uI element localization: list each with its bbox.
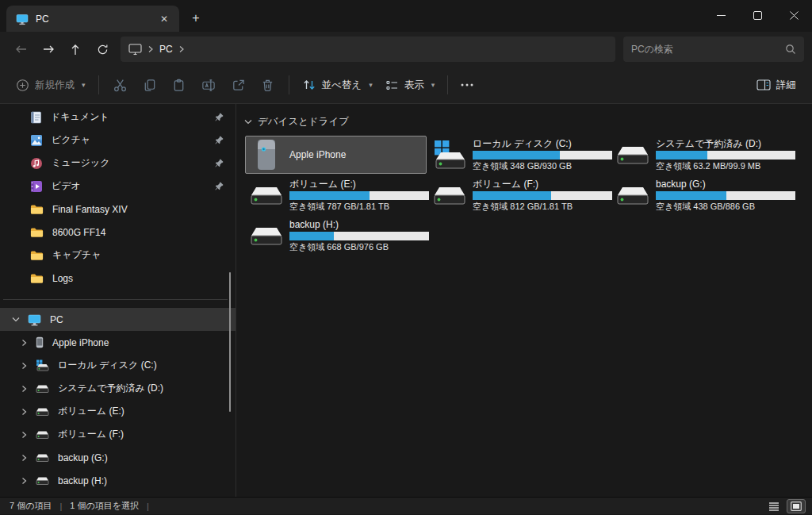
drive-name: Apple iPhone (289, 149, 346, 160)
drive-icon (249, 182, 284, 209)
drive-free-space: 空き領域 668 GB/976 GB (289, 242, 429, 252)
drive-tile-backup-g[interactable]: backup (G:) 空き領域 438 GB/886 GB (611, 176, 793, 214)
sidebar-item-final-fantasy-xiv[interactable]: Final Fantasy XIV (0, 198, 236, 221)
tree-item-label: PC (50, 314, 63, 325)
section-devices-and-drives[interactable]: デバイスとドライブ (244, 115, 812, 129)
sidebar-tree-volume-e[interactable]: ボリューム (E:) (0, 400, 236, 423)
drive-tile-apple-iphone[interactable]: Apple iPhone (245, 136, 427, 174)
sidebar-item-capture[interactable]: キャプチャ (0, 244, 236, 267)
details-view-button[interactable] (764, 499, 783, 513)
view-button[interactable]: 表示 ▾ (379, 74, 442, 97)
rename-button[interactable] (201, 78, 216, 93)
chevron-right-icon[interactable] (17, 408, 30, 416)
more-options-button[interactable] (454, 79, 480, 91)
sidebar-tree-local-disk-c[interactable]: ローカル ディスク (C:) (0, 354, 236, 377)
chevron-right-icon[interactable] (17, 385, 30, 393)
sidebar-tree-pc[interactable]: PC (0, 308, 236, 331)
search-placeholder: PCの検索 (631, 43, 785, 56)
sort-button-label: 並べ替え (322, 79, 362, 92)
drive-name: ローカル ディスク (C:) (473, 138, 612, 149)
minimize-button[interactable] (703, 0, 739, 30)
folder-icon (30, 273, 44, 284)
pin-icon (214, 112, 224, 122)
sidebar-tree-backup-h[interactable]: backup (H:) (0, 469, 236, 492)
drive-tile-backup-h[interactable]: backup (H:) 空き領域 668 GB/976 GB (245, 217, 427, 255)
navigation-bar: PC PCの検索 (0, 32, 812, 67)
sidebar-scrollbar[interactable] (229, 272, 231, 412)
copy-button[interactable] (142, 78, 157, 93)
drive-icon (36, 429, 49, 440)
sidebar-item-videos[interactable]: ビデオ (0, 175, 236, 198)
sidebar-tree-volume-f[interactable]: ボリューム (F:) (0, 423, 236, 446)
cut-button[interactable] (113, 78, 128, 93)
sidebar-item-pictures[interactable]: ピクチャ (0, 129, 236, 152)
drive-tile-local-disk-c[interactable]: ローカル ディスク (C:) 空き領域 348 GB/930 GB (428, 136, 610, 174)
drive-tile-system-reserved-d[interactable]: システムで予約済み (D:) 空き領域 63.2 MB/99.9 MB (611, 136, 793, 174)
sidebar-tree-backup-g[interactable]: backup (G:) (0, 446, 236, 469)
chevron-down-icon: ▾ (369, 81, 373, 89)
drive-name: backup (G:) (656, 179, 795, 190)
folder-icon (30, 204, 44, 215)
forward-button[interactable] (35, 37, 62, 62)
drive-tile-volume-e[interactable]: ボリューム (E:) 空き領域 787 GB/1.81 TB (245, 176, 427, 214)
tab-close-icon[interactable]: ✕ (155, 10, 173, 28)
share-button[interactable] (231, 78, 246, 93)
drive-name: システムで予約済み (D:) (656, 138, 795, 149)
drive-free-space: 空き領域 63.2 MB/99.9 MB (656, 161, 795, 171)
content-area: ドキュメント ピクチャ ミュージック (0, 104, 812, 497)
new-tab-button[interactable]: + (184, 6, 208, 30)
chevron-down-icon[interactable] (244, 119, 252, 125)
refresh-button[interactable] (89, 37, 116, 62)
sidebar-item-label: ビデオ (52, 179, 214, 193)
toolbar-separator (98, 75, 99, 94)
chevron-right-icon[interactable] (17, 477, 30, 485)
drive-icon (615, 182, 650, 209)
drive-name: ボリューム (F:) (473, 179, 612, 190)
pin-icon (214, 158, 224, 168)
status-divider: | (59, 502, 62, 511)
sort-button[interactable]: 並べ替え ▾ (296, 74, 379, 97)
tab-pc[interactable]: PC ✕ (6, 6, 179, 32)
toolbar-separator (289, 75, 289, 94)
new-button[interactable]: 新規作成 ▾ (10, 74, 92, 97)
drive-icon (615, 141, 650, 168)
breadcrumb-pc[interactable]: PC (159, 44, 173, 55)
chevron-right-icon[interactable] (17, 362, 30, 370)
chevron-right-icon[interactable] (17, 454, 30, 462)
up-button[interactable] (62, 37, 89, 62)
music-icon (30, 157, 43, 170)
chevron-right-icon[interactable] (17, 339, 30, 347)
sidebar-item-8600g-ff14[interactable]: 8600G FF14 (0, 221, 236, 244)
tree-item-label: ボリューム (F:) (58, 428, 124, 441)
capacity-bar (473, 191, 612, 200)
selected-count: 1 個の項目を選択 (70, 500, 139, 512)
drive-tile-volume-f[interactable]: ボリューム (F:) 空き領域 812 GB/1.81 TB (428, 176, 610, 214)
navigation-pane: ドキュメント ピクチャ ミュージック (0, 104, 236, 497)
capacity-bar (656, 151, 795, 159)
sidebar-item-music[interactable]: ミュージック (0, 152, 236, 175)
chevron-down-icon[interactable] (10, 317, 22, 322)
sidebar-item-logs[interactable]: Logs (0, 267, 236, 290)
details-pane-button[interactable]: 詳細 (750, 74, 802, 97)
toolbar-separator (447, 75, 448, 94)
tree-item-label: システムで予約済み (D:) (58, 382, 163, 395)
section-title: デバイスとドライブ (258, 115, 349, 129)
sidebar-tree-apple-iphone[interactable]: Apple iPhone (0, 331, 236, 354)
maximize-button[interactable] (739, 0, 776, 30)
capacity-bar (289, 191, 429, 200)
chevron-right-icon[interactable] (17, 431, 30, 439)
monitor-icon (16, 13, 29, 25)
title-bar: PC ✕ + (0, 0, 812, 32)
large-icons-view-button[interactable] (787, 499, 806, 513)
delete-button[interactable] (260, 78, 275, 93)
sidebar-item-label: ミュージック (52, 156, 214, 170)
paste-button[interactable] (171, 78, 186, 93)
drive-free-space: 空き領域 348 GB/930 GB (473, 161, 612, 171)
sidebar-item-label: ピクチャ (52, 133, 214, 147)
address-bar[interactable]: PC (121, 37, 615, 62)
sidebar-item-documents[interactable]: ドキュメント (0, 106, 236, 129)
close-button[interactable] (776, 0, 812, 30)
search-box[interactable]: PCの検索 (623, 37, 804, 62)
sidebar-tree-system-reserved-d[interactable]: システムで予約済み (D:) (0, 377, 236, 400)
back-button[interactable] (8, 37, 35, 62)
